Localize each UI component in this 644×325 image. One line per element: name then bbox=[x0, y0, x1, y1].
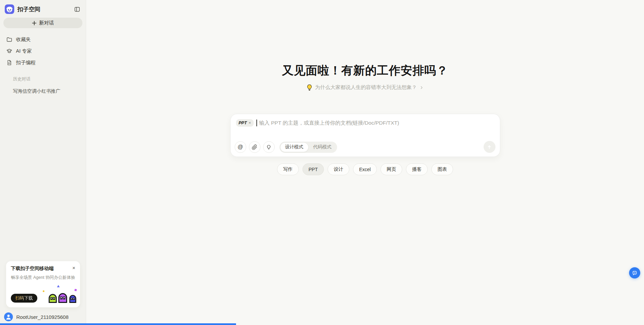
mode-segmented-control: 设计模式 代码模式 bbox=[279, 142, 337, 153]
mobile-app-promo-card: 下载扣子空间移动端 × 畅享全场景 Agent 协同办公新体验 扫码下载 bbox=[6, 261, 80, 307]
scan-download-label: 扫码下载 bbox=[15, 295, 33, 301]
arrow-up-icon bbox=[486, 144, 492, 150]
code-mode-tab[interactable]: 代码模式 bbox=[309, 142, 336, 152]
square-decoration bbox=[74, 289, 77, 291]
category-chips: 写作 PPT 设计 Excel 网页 播客 图表 bbox=[277, 163, 453, 175]
user-account-row[interactable]: RootUser_2110925608 bbox=[4, 311, 69, 323]
ghost-purple-icon bbox=[58, 292, 68, 304]
close-icon[interactable]: × bbox=[72, 266, 75, 270]
chip-writing[interactable]: 写作 bbox=[277, 163, 299, 175]
ghost-green-icon bbox=[48, 293, 57, 303]
composer-card: PPT × 输入 PPT 的主题，或直接上传你的文档(链接/Doc/PDF/TX… bbox=[230, 114, 500, 157]
greeting-heading: 又见面啦！有新的工作安排吗？ bbox=[282, 63, 448, 78]
chip-excel[interactable]: Excel bbox=[353, 163, 377, 175]
mention-button[interactable]: @ bbox=[235, 141, 246, 153]
sidebar-item-label: AI 专家 bbox=[16, 48, 32, 54]
chip-webpage[interactable]: 网页 bbox=[380, 163, 402, 175]
history-item[interactable]: 写海信空调小红书推广 bbox=[9, 86, 83, 96]
user-name: RootUser_2110925608 bbox=[16, 314, 69, 320]
sidebar-item-favorites[interactable]: 收藏夹 bbox=[2, 34, 84, 45]
chevron-right-icon bbox=[419, 86, 424, 90]
lightbulb-icon bbox=[266, 144, 272, 150]
paperclip-icon bbox=[252, 144, 257, 150]
ghost-blue-icon bbox=[69, 294, 77, 303]
sidebar-item-label: 收藏夹 bbox=[16, 36, 31, 43]
plus-icon bbox=[32, 21, 37, 25]
user-avatar bbox=[4, 312, 13, 321]
code-doc-icon bbox=[6, 59, 13, 66]
send-button[interactable] bbox=[484, 141, 495, 153]
new-chat-label: 新对话 bbox=[39, 20, 54, 26]
suggestion-link[interactable]: 为什么大家都说人生的容错率大到无法想象？ bbox=[307, 84, 424, 91]
chat-bubble-icon bbox=[631, 270, 638, 276]
bottom-edge-strip bbox=[0, 323, 236, 325]
chip-ppt[interactable]: PPT bbox=[303, 163, 324, 175]
composer-input[interactable]: PPT × 输入 PPT 的主题，或直接上传你的文档(链接/Doc/PDF/TX… bbox=[231, 114, 500, 127]
ppt-tag-label: PPT bbox=[239, 121, 247, 125]
text-caret bbox=[256, 120, 257, 126]
composer-toolbar: @ 设计模式 代码模式 bbox=[235, 141, 496, 153]
scan-download-button[interactable]: 扫码下载 bbox=[11, 294, 37, 303]
sidebar-collapse-icon[interactable] bbox=[73, 5, 81, 13]
app-title: 扣子空间 bbox=[17, 5, 73, 13]
ppt-tag: PPT × bbox=[236, 119, 254, 127]
sidebar-item-label: 扣子编程 bbox=[16, 59, 36, 66]
new-chat-button[interactable]: 新对话 bbox=[3, 18, 82, 28]
folder-icon bbox=[6, 36, 13, 43]
attach-file-button[interactable] bbox=[249, 141, 260, 153]
app-logo-icon bbox=[5, 4, 14, 14]
chip-chart[interactable]: 图表 bbox=[431, 163, 453, 175]
tag-close-icon[interactable]: × bbox=[249, 121, 251, 125]
suggestion-text: 为什么大家都说人生的容错率大到无法想象？ bbox=[315, 84, 417, 91]
lightbulb-emoji-icon bbox=[307, 84, 312, 91]
sidebar-item-coze-coding[interactable]: 扣子编程 bbox=[2, 57, 84, 68]
main-content: 又见面啦！有新的工作安排吗？ 为什么大家都说人生的容错率大到无法想象？ PPT … bbox=[86, 0, 644, 325]
promo-title: 下载扣子空间移动端 bbox=[11, 266, 72, 272]
design-mode-tab[interactable]: 设计模式 bbox=[280, 142, 309, 152]
sidebar-header: 扣子空间 bbox=[0, 0, 86, 18]
idea-button[interactable] bbox=[263, 141, 275, 153]
graduation-cap-icon bbox=[6, 48, 13, 54]
composer-placeholder: 输入 PPT 的主题，或直接上传你的文档(链接/Doc/PDF/TXT) bbox=[259, 120, 399, 127]
history-section-label: 历史对话 bbox=[13, 76, 31, 82]
sidebar: 扣子空间 新对话 收藏夹 bbox=[0, 0, 86, 325]
app-window: 扣子空间 新对话 收藏夹 bbox=[0, 0, 644, 325]
triangle-decoration bbox=[57, 285, 60, 287]
pixel-ghosts-illustration bbox=[43, 280, 77, 304]
sidebar-item-ai-experts[interactable]: AI 专家 bbox=[2, 45, 84, 57]
dot-decoration bbox=[43, 290, 44, 292]
chip-podcast[interactable]: 播客 bbox=[406, 163, 428, 175]
chip-design[interactable]: 设计 bbox=[328, 163, 349, 175]
promo-description: 畅享全场景 Agent 协同办公新体验 bbox=[11, 274, 75, 281]
at-icon: @ bbox=[237, 144, 243, 150]
feedback-chat-fab[interactable] bbox=[629, 267, 640, 278]
sidebar-nav: 收藏夹 AI 专家 扣子编程 bbox=[2, 34, 84, 68]
